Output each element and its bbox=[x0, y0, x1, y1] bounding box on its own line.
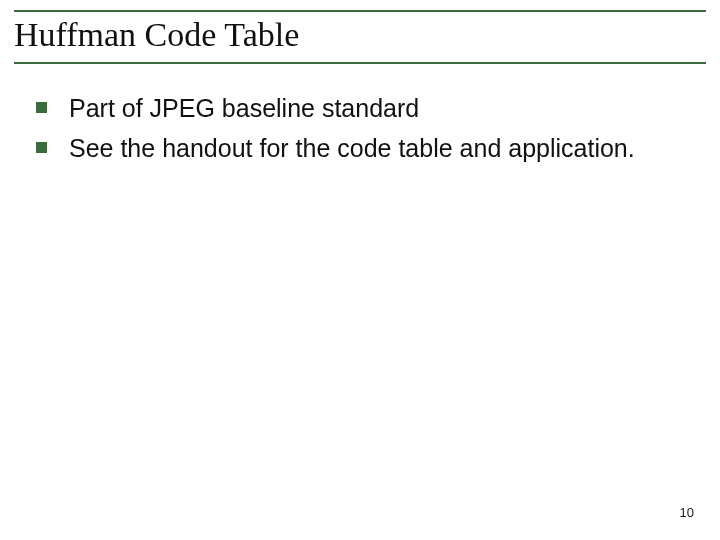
square-bullet-icon bbox=[36, 102, 47, 113]
content-area: Part of JPEG baseline standard See the h… bbox=[36, 92, 684, 172]
list-item: Part of JPEG baseline standard bbox=[36, 92, 684, 124]
slide: Huffman Code Table Part of JPEG baseline… bbox=[0, 0, 720, 540]
title-underline bbox=[14, 62, 706, 64]
bullet-text: Part of JPEG baseline standard bbox=[69, 92, 419, 124]
bullet-text: See the handout for the code table and a… bbox=[69, 132, 635, 164]
title-block: Huffman Code Table bbox=[14, 14, 706, 64]
top-rule bbox=[14, 10, 706, 12]
square-bullet-icon bbox=[36, 142, 47, 153]
slide-title: Huffman Code Table bbox=[14, 14, 706, 60]
list-item: See the handout for the code table and a… bbox=[36, 132, 684, 164]
page-number: 10 bbox=[680, 505, 694, 520]
